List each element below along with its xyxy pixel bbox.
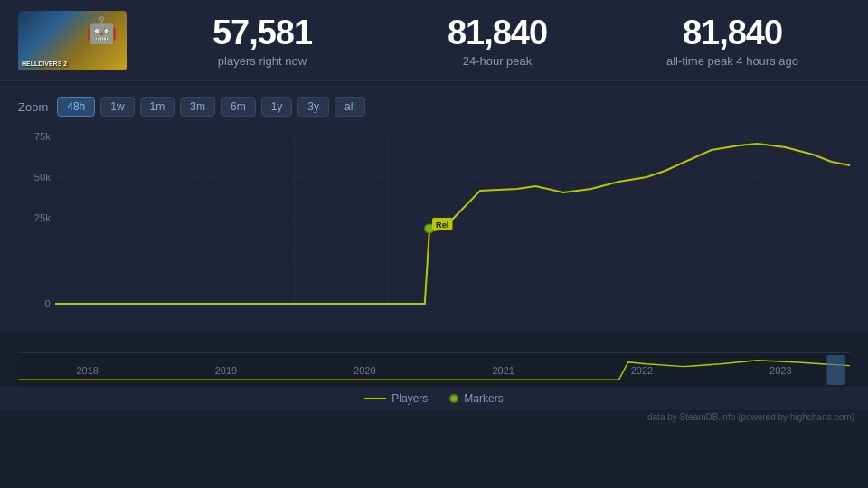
current-players-block: 57,581 players right now — [145, 14, 380, 68]
legend: Players Markers — [0, 387, 868, 410]
mini-timeline-wrapper: 2018 2019 2020 2021 2022 2023 — [0, 331, 868, 387]
zoom-btn-48h[interactable]: 48h — [57, 97, 95, 117]
alltime-peak-block: 81,840 all-time peak 4 hours ago — [615, 14, 850, 68]
peak-24h-label: 24-hour peak — [380, 54, 615, 68]
current-players-label: players right now — [145, 54, 380, 68]
svg-text:75k: 75k — [34, 131, 52, 142]
alltime-peak-value: 81,840 — [615, 14, 850, 52]
footer-credit-text: data by SteamDB.info (powered by highcha… — [647, 412, 854, 422]
svg-text:25k: 25k — [34, 212, 52, 223]
alltime-peak-label: all-time peak 4 hours ago — [615, 54, 850, 68]
legend-markers-label: Markers — [464, 392, 503, 405]
game-art: 🤖 — [86, 15, 118, 45]
svg-text:0: 0 — [45, 298, 51, 309]
game-thumbnail: 🤖 — [18, 11, 127, 70]
svg-rect-19 — [826, 355, 844, 385]
zoom-label: Zoom — [18, 100, 48, 114]
zoom-btn-1y[interactable]: 1y — [261, 97, 293, 117]
bottom-credit: data by SteamDB.info (powered by highcha… — [0, 410, 868, 424]
legend-players-line — [364, 398, 386, 399]
zoom-btn-1w[interactable]: 1w — [100, 97, 134, 117]
main-chart: 75k 50k 25k 0 Rel 12:00 — [18, 127, 850, 326]
mini-timeline: 2018 2019 2020 2021 2022 2023 — [18, 352, 850, 387]
release-badge-text: Rel — [436, 221, 448, 230]
peak-24h-block: 81,840 24-hour peak — [380, 14, 615, 68]
top-bar: 🤖 57,581 players right now 81,840 24-hou… — [0, 0, 868, 81]
zoom-btn-all[interactable]: all — [335, 97, 365, 117]
legend-markers: Markers — [449, 392, 503, 405]
zoom-btn-1m[interactable]: 1m — [140, 97, 175, 117]
mini-timeline-svg — [18, 353, 850, 387]
zoom-btn-3m[interactable]: 3m — [180, 97, 215, 117]
zoom-bar: Zoom 48h 1w 1m 3m 6m 1y 3y all — [18, 97, 850, 117]
chart-container: Zoom 48h 1w 1m 3m 6m 1y 3y all 75k 50k 2… — [0, 83, 868, 331]
legend-players: Players — [364, 392, 428, 405]
legend-players-label: Players — [392, 392, 428, 405]
peak-24h-value: 81,840 — [380, 14, 615, 52]
chart-svg: 75k 50k 25k 0 Rel — [18, 127, 850, 326]
current-players-value: 57,581 — [145, 14, 380, 52]
zoom-btn-6m[interactable]: 6m — [221, 97, 256, 117]
legend-markers-dot — [449, 394, 458, 403]
svg-text:50k: 50k — [34, 172, 52, 183]
svg-rect-17 — [18, 353, 850, 387]
zoom-btn-3y[interactable]: 3y — [297, 97, 329, 117]
